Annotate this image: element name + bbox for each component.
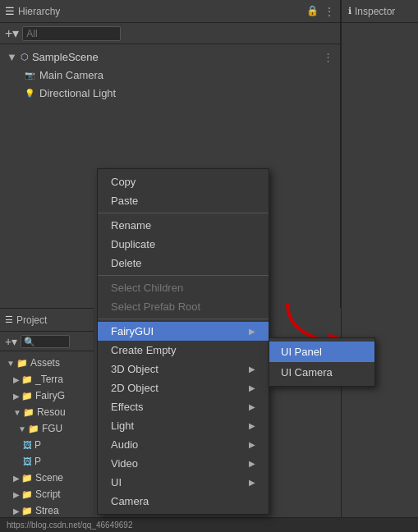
submenu-ui-camera[interactable]: UI Camera — [269, 362, 374, 383]
ctx-delete[interactable]: Delete — [98, 254, 269, 273]
assets-folder-icon: 📁 — [16, 358, 28, 369]
ctx-2d-object-label: 2D Object — [111, 382, 158, 394]
fgu-expand-icon: ▼ — [18, 424, 26, 433]
file-p1-icon: 🖼 — [23, 440, 32, 450]
inspector-panel: ℹ Inspector — [341, 0, 418, 532]
project-icon: ☰ — [5, 314, 13, 325]
proj-file-p2[interactable]: 🖼 P — [0, 453, 94, 470]
ctx-fairygui[interactable]: FairyGUI ▶ — [98, 322, 269, 341]
terra-label: _Terra — [35, 374, 63, 385]
hierarchy-header-icons: 🔒 ⋮ — [306, 5, 335, 18]
assets-label: Assets — [30, 357, 60, 369]
resou-folder-icon: 📁 — [23, 407, 34, 418]
ctx-ui-label: UI — [111, 476, 122, 488]
scene-icon: ⬡ — [21, 52, 29, 62]
project-title: Project — [16, 314, 89, 326]
project-toolbar: +▾ — [0, 332, 94, 351]
proj-scene[interactable]: ▶ 📁 Scene — [0, 470, 94, 486]
ctx-select-prefab-root-label: Select Prefab Root — [111, 300, 200, 313]
ctx-copy[interactable]: Copy — [98, 172, 269, 191]
inspector-title: Inspector — [355, 6, 395, 17]
fgu-folder-icon: 📁 — [28, 424, 39, 434]
ctx-fairygui-arrow: ▶ — [249, 327, 255, 336]
strea-label: Strea — [35, 505, 59, 516]
proj-fairyg[interactable]: ▶ 📁 FairyG — [0, 388, 94, 404]
dots-icon[interactable]: ⋮ — [324, 5, 335, 18]
hierarchy-title: Hierarchy — [18, 6, 306, 17]
scene-row[interactable]: ▼ ⬡ SampleScene ⋮ — [0, 48, 340, 66]
ctx-effects-arrow: ▶ — [249, 402, 255, 411]
scene-name: SampleScene — [32, 51, 99, 63]
ctx-paste[interactable]: Paste — [98, 191, 269, 210]
ctx-select-children-label: Select Children — [111, 282, 183, 294]
ctx-effects-label: Effects — [111, 401, 144, 413]
ctx-select-children: Select Children — [98, 278, 269, 297]
proj-resou[interactable]: ▼ 📁 Resou — [0, 404, 94, 420]
ctx-audio-arrow: ▶ — [249, 440, 255, 449]
file-p2-label: P — [34, 456, 41, 467]
ctx-2d-object[interactable]: 2D Object ▶ — [98, 378, 269, 397]
context-menu: Copy Paste Rename Duplicate Delete Selec… — [97, 168, 269, 515]
script-expand-icon: ▶ — [13, 490, 20, 499]
strea-expand-icon: ▶ — [13, 507, 20, 516]
proj-strea[interactable]: ▶ 📁 Strea — [0, 502, 94, 519]
ctx-sep-3 — [98, 319, 269, 319]
lock-icon[interactable]: 🔒 — [306, 5, 319, 18]
ctx-light[interactable]: Light ▶ — [98, 416, 269, 435]
ctx-light-arrow: ▶ — [249, 421, 255, 430]
project-header: ☰ Project — [0, 309, 94, 332]
ctx-3d-object[interactable]: 3D Object ▶ — [98, 360, 269, 378]
ctx-audio-label: Audio — [111, 438, 138, 451]
project-add-button[interactable]: +▾ — [5, 336, 17, 347]
proj-script[interactable]: ▶ 📁 Script — [0, 486, 94, 502]
ctx-paste-label: Paste — [111, 195, 138, 207]
submenu-ui-camera-label: UI Camera — [281, 366, 333, 378]
scene-folder-icon: 📁 — [21, 473, 33, 484]
ctx-sep-1 — [98, 213, 269, 213]
scene-dots[interactable]: ⋮ — [323, 51, 333, 63]
ctx-duplicate-label: Duplicate — [111, 238, 155, 250]
terra-expand-icon: ▶ — [13, 375, 20, 384]
ctx-audio[interactable]: Audio ▶ — [98, 435, 269, 454]
assets-expand-icon: ▼ — [7, 359, 15, 368]
light-icon: 💡 — [23, 86, 36, 99]
project-search-input[interactable] — [21, 335, 70, 348]
proj-terra[interactable]: ▶ 📁 _Terra — [0, 371, 94, 388]
fairyg-label: FairyG — [35, 390, 65, 401]
ctx-copy-label: Copy — [111, 176, 136, 188]
fairyg-folder-icon: 📁 — [21, 391, 33, 401]
ctx-video-arrow: ▶ — [249, 459, 255, 468]
search-input[interactable] — [22, 26, 121, 41]
ctx-camera[interactable]: Camera — [98, 492, 269, 511]
strea-folder-icon: 📁 — [21, 506, 33, 516]
submenu-ui-panel[interactable]: UI Panel — [269, 342, 374, 362]
scene-expand-icon: ▶ — [13, 474, 20, 483]
main-camera-item[interactable]: 📷 Main Camera — [0, 66, 340, 84]
ctx-fairygui-label: FairyGUI — [111, 325, 154, 337]
ctx-effects[interactable]: Effects ▶ — [98, 397, 269, 416]
ctx-create-empty-label: Create Empty — [111, 344, 176, 356]
proj-assets[interactable]: ▼ 📁 Assets — [0, 355, 94, 371]
ctx-video[interactable]: Video ▶ — [98, 454, 269, 473]
add-button[interactable]: +▾ — [5, 27, 19, 40]
hierarchy-toolbar: +▾ — [0, 23, 340, 44]
status-bar: https://blog.csdn.net/qq_46649692 — [0, 517, 418, 532]
resou-expand-icon: ▼ — [13, 408, 21, 417]
ctx-sep-2 — [98, 275, 269, 276]
scene-collapse-icon: ▼ — [7, 51, 17, 63]
submenu-ui-panel-label: UI Panel — [281, 346, 322, 358]
proj-file-p1[interactable]: 🖼 P — [0, 437, 94, 453]
ctx-video-label: Video — [111, 457, 138, 470]
ctx-create-empty[interactable]: Create Empty — [98, 341, 269, 360]
inspector-icon: ℹ — [348, 6, 351, 16]
ctx-rename[interactable]: Rename — [98, 216, 269, 235]
ctx-rename-label: Rename — [111, 219, 151, 232]
terra-folder-icon: 📁 — [21, 374, 33, 385]
ctx-duplicate[interactable]: Duplicate — [98, 235, 269, 254]
camera-icon: 📷 — [23, 68, 36, 81]
proj-fgu[interactable]: ▼ 📁 FGU — [0, 420, 94, 437]
hierarchy-header: ☰ Hierarchy 🔒 ⋮ — [0, 0, 340, 23]
directional-light-label: Directional Light — [39, 87, 116, 99]
ctx-ui[interactable]: UI ▶ — [98, 473, 269, 492]
directional-light-item[interactable]: 💡 Directional Light — [0, 84, 340, 102]
